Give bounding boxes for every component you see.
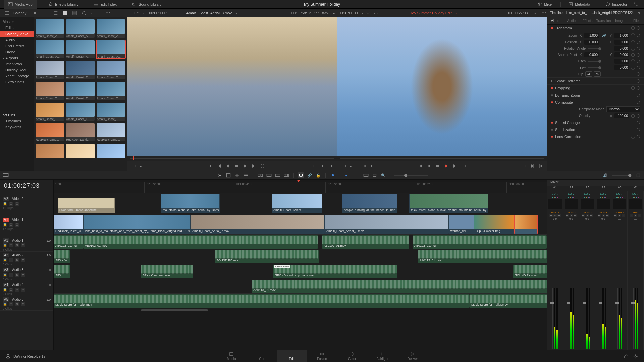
lock-icon[interactable]: 🔒 (3, 243, 7, 247)
clip-thumbnail[interactable]: Amalfi_Coast_T... (36, 82, 64, 100)
zoom-slider[interactable] (394, 175, 428, 176)
track-header-v2[interactable]: V2Video 2 🔒▢▢ 11 Clips (0, 195, 53, 216)
lock-icon[interactable]: 🔒 (3, 223, 7, 227)
flag-icon[interactable]: ⚑ (330, 172, 336, 178)
track-header-a1[interactable]: A1Audio 12.0 🔒▢SM 8 Clips (0, 237, 53, 252)
audio-clip[interactable]: AA0113_01.mov (418, 250, 547, 263)
dynamic-trim-icon[interactable] (234, 172, 240, 178)
first-frame-icon[interactable] (216, 163, 222, 169)
lock-icon[interactable]: 🔒 (3, 273, 7, 277)
video-clip[interactable]: lake_next_to_mountains_and_trees_aerial_… (83, 215, 191, 234)
reset-icon[interactable] (637, 47, 640, 50)
flip-v-icon[interactable]: ⇅ (594, 71, 601, 77)
reset-icon[interactable] (637, 41, 640, 44)
overwrite-icon[interactable] (266, 172, 272, 178)
first-frame-icon[interactable] (418, 163, 423, 169)
track-header-a3[interactable]: A3Audio 32.0 🔒▢SM 5 Clips (0, 266, 53, 281)
clip-thumbnail[interactable]: RedRock_Land... (66, 123, 95, 141)
disable-icon[interactable]: ▢ (15, 202, 19, 206)
yaw-input[interactable] (614, 65, 629, 70)
video-clip[interactable]: Amalfi_Coast_Aerial_7.mov (191, 215, 325, 234)
clip-thumbnail[interactable]: Amalfi_Coast_T... (97, 82, 125, 100)
audio-clip[interactable]: SOUND FX.wav (215, 250, 319, 263)
page-tab-edit[interactable]: Edit (277, 350, 307, 362)
transform-header[interactable]: Transform (547, 25, 644, 32)
keyframe-icon[interactable] (631, 134, 635, 139)
clip-thumbnail[interactable]: RedRock_Land... (97, 123, 125, 141)
smart-bin-item[interactable]: Timelines (0, 118, 34, 124)
pan-control[interactable] (629, 199, 642, 209)
mixer-strip[interactable]: EQ ⌄ Audio 1 MSM 0.0 (547, 191, 563, 351)
opacity-input[interactable] (614, 113, 629, 118)
bin-item-selected[interactable]: Balcony View (0, 31, 34, 37)
reset-icon[interactable] (637, 72, 640, 76)
inspector-tab[interactable]: Inspector (601, 0, 631, 9)
audio-clip[interactable]: SOUND FX.wav (513, 265, 547, 278)
mixer-strip[interactable]: EQ ⌄ Audio 2 MSM 0.0 (563, 191, 579, 351)
clip-thumbnail[interactable]: Amalfi_Coast_A... (36, 40, 64, 58)
solo-icon[interactable]: S (15, 302, 19, 306)
prev-edit-icon[interactable] (199, 163, 204, 169)
eq-label[interactable]: EQ ⌄ (568, 192, 574, 196)
home-icon[interactable] (623, 353, 629, 359)
page-tab-media[interactable]: Media (216, 352, 247, 361)
clip-thumbnail[interactable] (66, 144, 95, 158)
insert-icon[interactable] (257, 172, 263, 178)
loop-icon[interactable] (260, 163, 265, 169)
audio-clip[interactable]: AB0102_01.mov (413, 235, 547, 249)
mixer-strip[interactable]: EQ ⌄ Main MSM 0.0 (628, 191, 644, 351)
audio-clip[interactable]: SFX... (54, 265, 70, 278)
reset-icon[interactable] (637, 101, 640, 104)
track-lane-a1[interactable]: AB0102_01.mov AB0102_01.mov AB0102_01.mo… (54, 235, 547, 249)
msm-button[interactable]: M (630, 214, 633, 217)
msm-button[interactable]: S (602, 214, 605, 217)
msm-button[interactable]: M (582, 214, 585, 217)
tc-options[interactable] (314, 12, 319, 13)
bin-item[interactable]: End Credits (0, 43, 34, 49)
program-scrubber[interactable] (337, 156, 547, 161)
eq-label[interactable]: EQ ⌄ (632, 192, 639, 196)
last-frame-icon[interactable] (251, 163, 257, 169)
program-options[interactable] (542, 12, 546, 13)
speed-change-header[interactable]: Speed Change (547, 119, 644, 126)
track-lane-v1[interactable]: RedRock_Talent_3... lake_next_to_mountai… (54, 214, 547, 235)
fader[interactable] (552, 288, 553, 349)
fit-to-fill-icon[interactable] (283, 172, 289, 178)
fader[interactable] (633, 288, 634, 349)
lock-icon[interactable]: 🔒 (3, 302, 7, 306)
reset-icon[interactable] (637, 121, 640, 124)
composite-header[interactable]: Composite (547, 99, 644, 106)
video-clip[interactable]: woman_ridi... (449, 215, 474, 234)
clip-thumbnail[interactable]: Amalfi_Coast_A... (66, 40, 95, 58)
page-tab-color[interactable]: Color (337, 352, 367, 361)
timeline-tracks[interactable]: 16:00 01:00:20:00 01:00:24:00 01:00:28:0… (54, 180, 547, 351)
msm-button[interactable]: M (606, 214, 609, 217)
media-pool-tab[interactable]: Media Pool (4, 0, 37, 9)
smart-reframe-header[interactable]: Smart Reframe (547, 78, 644, 84)
eq-label[interactable]: EQ ⌄ (616, 192, 623, 196)
reset-icon[interactable] (637, 114, 640, 118)
pitch-input[interactable] (614, 59, 629, 64)
mixer-strip[interactable]: EQ ⌄ Audio 4 MSM 0.0 (595, 191, 611, 351)
play-reverse-icon[interactable] (225, 163, 230, 169)
inspector-tab-video[interactable]: Video (547, 17, 563, 24)
clip-thumbnail[interactable]: Amalfi_Coast_T... (36, 61, 64, 79)
bin-item[interactable]: Airports (0, 55, 34, 61)
bin-item[interactable]: Edits (0, 25, 34, 31)
msm-button[interactable]: S (570, 214, 573, 217)
lock-icon[interactable]: 🔒 (3, 288, 7, 292)
clip-thumbnail[interactable]: Amalfi_Coast_T... (36, 103, 64, 121)
audio-clip[interactable]: AA0113_01.mov (252, 280, 547, 293)
pan-control[interactable] (613, 199, 626, 209)
msm-button[interactable]: S (553, 214, 557, 217)
track-header-a2[interactable]: A2Audio 22.0 🔒▢SM 5 Clips (0, 252, 53, 266)
playhead[interactable] (299, 180, 299, 351)
fit-dropdown[interactable]: Fit (134, 11, 138, 15)
source-scrubber[interactable] (127, 156, 337, 161)
clip-thumbnail[interactable]: Amalfi_Coast_T... (97, 103, 125, 121)
bin-item[interactable]: Yacht Footage (0, 73, 34, 79)
pos-y-input[interactable] (614, 40, 629, 45)
inspector-tab-effects[interactable]: Effects (579, 17, 595, 24)
clip-thumbnail-selected[interactable]: Amalfi_Coast_A... (97, 40, 125, 58)
pan-control[interactable] (597, 199, 610, 209)
